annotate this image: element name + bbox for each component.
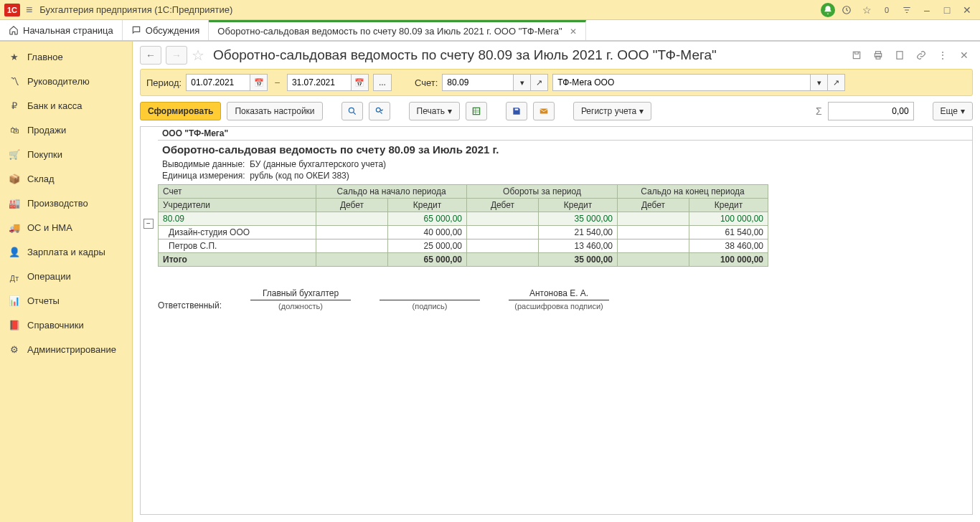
account-label: Счет: xyxy=(415,77,438,88)
date-from-input[interactable] xyxy=(186,74,250,91)
sidebar-item-admin[interactable]: ⚙Администрирование xyxy=(0,337,132,361)
page-title: Оборотно-сальдовая ведомость по счету 80… xyxy=(213,47,844,63)
sum-input[interactable] xyxy=(828,102,914,120)
report-area[interactable]: ООО "ТФ-Мега" Оборотно-сальдовая ведомос… xyxy=(140,126,973,515)
ruble-icon: ₽ xyxy=(9,100,20,111)
calendar-to-icon[interactable]: 📅 xyxy=(352,74,369,91)
close-page-icon[interactable]: ✕ xyxy=(956,47,973,64)
account-dropdown-icon[interactable]: ▾ xyxy=(514,74,531,91)
box-icon: 📦 xyxy=(9,174,20,184)
sidebar-item-manager[interactable]: 〽Руководителю xyxy=(0,69,132,93)
col-turnover: Обороты за период xyxy=(467,185,618,199)
table-row-total: Итого65 000,0035 000,00100 000,00 xyxy=(159,253,768,267)
minimize-icon[interactable]: – xyxy=(918,1,936,19)
sidebar-item-operations[interactable]: ДтОперации xyxy=(0,264,132,288)
sidebar-item-production[interactable]: 🏭Производство xyxy=(0,191,132,215)
save-button[interactable] xyxy=(506,102,527,120)
show-settings-button[interactable]: Показать настройки xyxy=(227,102,322,120)
register-button[interactable]: Регистр учета ▾ xyxy=(573,102,651,120)
sidebar-item-reports[interactable]: 📊Отчеты xyxy=(0,288,132,313)
star-solid-icon: ★ xyxy=(9,52,20,62)
bag-icon: 🛍 xyxy=(9,125,20,136)
period-label: Период: xyxy=(146,77,182,88)
sig-name: Антонова Е. А. xyxy=(509,288,609,300)
tab-row: Начальная страница Обсуждения Оборотно-с… xyxy=(0,20,980,42)
close-tab-icon[interactable]: ✕ xyxy=(570,27,577,37)
sidebar-item-purchases[interactable]: 🛒Покупки xyxy=(0,142,132,166)
report-meta-1: Выводимые данные: БУ (данные бухгалтерск… xyxy=(158,158,972,170)
sidebar-item-sales[interactable]: 🛍Продажи xyxy=(0,118,132,142)
print-icon[interactable] xyxy=(870,47,887,64)
date-to-input[interactable] xyxy=(287,74,352,91)
filter-icon[interactable] xyxy=(898,1,915,19)
email-button[interactable] xyxy=(533,102,555,120)
home-icon xyxy=(9,25,19,35)
chart-line-icon: 〽 xyxy=(9,76,20,87)
app-title: Бухгалтерия предприятия (1С:Предприятие) xyxy=(39,4,232,15)
more-button[interactable]: Еще ▾ xyxy=(933,102,973,120)
page-header: ← → ☆ Оборотно-сальдовая ведомость по сч… xyxy=(133,42,980,69)
sidebar-item-bank[interactable]: ₽Банк и касса xyxy=(0,93,132,118)
gear-icon: ⚙ xyxy=(9,344,20,355)
factory-icon: 🏭 xyxy=(9,198,20,209)
more-vert-icon[interactable]: ⋮ xyxy=(934,47,951,64)
save-report-icon[interactable] xyxy=(848,47,865,64)
table-row[interactable]: Дизайн-студия ООО40 000,0021 540,0061 54… xyxy=(159,226,768,239)
org-input[interactable] xyxy=(552,74,811,91)
search-button[interactable] xyxy=(341,102,363,120)
svg-rect-9 xyxy=(540,109,548,114)
bell-icon[interactable] xyxy=(821,3,835,17)
main-menu-icon[interactable]: ≡ xyxy=(26,4,32,16)
favorite-star-icon[interactable]: ☆ xyxy=(192,47,204,64)
org-open-icon[interactable]: ↗ xyxy=(828,74,845,91)
calendar-from-icon[interactable]: 📅 xyxy=(250,74,268,91)
sidebar: ★Главное 〽Руководителю ₽Банк и касса 🛍Пр… xyxy=(0,42,133,522)
sidebar-item-main[interactable]: ★Главное xyxy=(0,44,132,69)
content: ← → ☆ Оборотно-сальдовая ведомость по сч… xyxy=(133,42,980,522)
print-button[interactable]: Печать ▾ xyxy=(409,102,460,120)
sidebar-item-hr[interactable]: 👤Зарплата и кадры xyxy=(0,239,132,264)
sidebar-item-warehouse[interactable]: 📦Склад xyxy=(0,166,132,191)
table-row[interactable]: Петров С.П.25 000,0013 460,0038 460,00 xyxy=(159,239,768,253)
spreadsheet-button[interactable] xyxy=(466,102,487,120)
filter-bar: Период: 📅 – 📅 ... Счет: ▾ ↗ ▾ ↗ xyxy=(140,69,973,96)
table-row-account[interactable]: 80.0965 000,0035 000,00100 000,00 xyxy=(159,212,768,226)
sidebar-item-assets[interactable]: 🚚ОС и НМА xyxy=(0,215,132,239)
svg-point-7 xyxy=(376,108,380,112)
tab-home[interactable]: Начальная страница xyxy=(0,20,123,40)
period-picker-button[interactable]: ... xyxy=(373,74,392,91)
col-account: Счет xyxy=(159,185,316,199)
signature-row: Ответственный: Главный бухгалтер (должно… xyxy=(158,288,972,310)
star-count: 0 xyxy=(878,1,895,19)
col-balance-start: Сальдо на начало периода xyxy=(316,185,467,199)
sigma-icon: Σ xyxy=(816,105,822,117)
link-icon[interactable] xyxy=(913,47,930,64)
person-icon: 👤 xyxy=(9,247,20,257)
sidebar-item-catalogs[interactable]: 📕Справочники xyxy=(0,313,132,337)
org-dropdown-icon[interactable]: ▾ xyxy=(811,74,828,91)
responsible-label: Ответственный: xyxy=(158,300,222,310)
titlebar: 1C ≡ Бухгалтерия предприятия (1С:Предпри… xyxy=(0,0,980,20)
sheet-icon[interactable] xyxy=(891,47,908,64)
book-icon: 📕 xyxy=(9,320,20,331)
svg-point-6 xyxy=(349,108,354,113)
nav-forward-button[interactable]: → xyxy=(166,46,187,65)
tab-discuss[interactable]: Обсуждения xyxy=(123,20,209,40)
toolbar: Сформировать Показать настройки Печать ▾… xyxy=(133,96,980,126)
maximize-icon[interactable]: □ xyxy=(938,1,956,19)
report-title: Оборотно-сальдовая ведомость по счету 80… xyxy=(158,141,972,158)
history-icon[interactable] xyxy=(838,1,855,19)
tab-report[interactable]: Оборотно-сальдовая ведомость по счету 80… xyxy=(209,20,585,40)
star-icon[interactable]: ☆ xyxy=(858,1,875,19)
account-open-icon[interactable]: ↗ xyxy=(531,74,548,91)
bars-icon: 📊 xyxy=(9,295,20,306)
col-founders: Учредители xyxy=(159,199,316,212)
cart-icon: 🛒 xyxy=(9,149,20,160)
account-input[interactable] xyxy=(442,74,514,91)
nav-back-button[interactable]: ← xyxy=(140,46,161,65)
generate-button[interactable]: Сформировать xyxy=(140,102,221,120)
collapse-toggle[interactable]: − xyxy=(143,219,154,229)
close-window-icon[interactable]: ✕ xyxy=(958,1,976,19)
search-replace-button[interactable] xyxy=(369,102,390,120)
truck-icon: 🚚 xyxy=(9,222,20,233)
